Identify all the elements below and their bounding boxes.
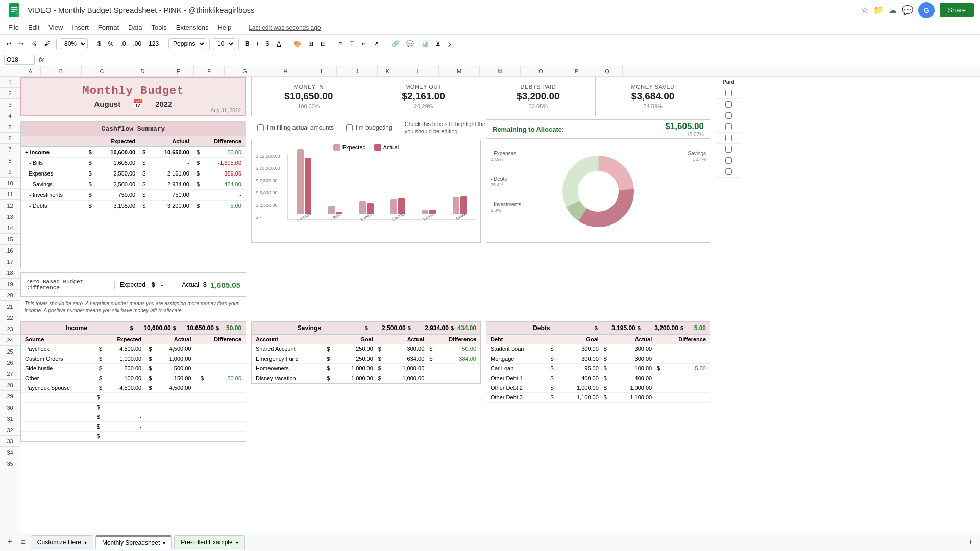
- paid-checkbox-1[interactable]: [725, 90, 732, 96]
- donut-chart-box: - Expenses23.9% - Debts35.4% - Investmen…: [486, 140, 710, 243]
- tab-customize-dropdown[interactable]: ▾: [84, 540, 87, 545]
- paid-checkbox-4[interactable]: [725, 123, 732, 130]
- savings-total-diff: 434.00: [456, 324, 476, 332]
- money-in-amount: $10,650.00: [284, 91, 333, 102]
- cell-ref-input[interactable]: [4, 55, 35, 65]
- filter-button[interactable]: ⊻: [433, 39, 444, 49]
- bold-button[interactable]: B: [242, 39, 253, 49]
- debts-paid-pct: 30.05%: [529, 103, 548, 109]
- comment-button[interactable]: 💬: [403, 39, 417, 49]
- paint-format-button[interactable]: 🖌: [41, 39, 53, 49]
- valign-button[interactable]: ⊤: [346, 39, 357, 49]
- decimal-dec-button[interactable]: .0: [117, 39, 129, 49]
- zoom-select[interactable]: 80%: [60, 38, 88, 49]
- align-button[interactable]: ≡: [335, 39, 345, 49]
- summary-debts-paid: DEBTS PAID $3,200.00 30.05%: [481, 77, 596, 116]
- print-button[interactable]: 🖨: [28, 39, 40, 49]
- share-button[interactable]: Share: [940, 3, 974, 17]
- merge-button[interactable]: ⊟: [317, 39, 329, 49]
- zerobased-box: Zero Based Budget Difference Expected $ …: [20, 272, 246, 297]
- income-row: Paycheck $ 4,500.00 $ 4,500.00: [21, 344, 246, 354]
- paid-checkbox-6[interactable]: [725, 146, 732, 153]
- income-row: $-: [21, 422, 246, 432]
- menu-insert[interactable]: Insert: [68, 22, 93, 32]
- savings-row: Disney Vacation $ 1,000.00 $ 1,000.00: [252, 373, 480, 383]
- tab-customize-here[interactable]: Customize Here ▾: [31, 535, 93, 549]
- border-button[interactable]: ⊞: [305, 39, 316, 49]
- percent-button[interactable]: %: [105, 39, 117, 49]
- tab-monthly-dropdown[interactable]: ▾: [163, 540, 165, 546]
- fill-color-button[interactable]: 🎨: [290, 39, 304, 49]
- rotate-button[interactable]: ↗: [371, 39, 382, 49]
- fontsize-select[interactable]: 10: [213, 38, 235, 49]
- zerobased-expected: -: [161, 281, 172, 289]
- function-button[interactable]: ∑: [445, 39, 455, 49]
- tab-monthly-spreadsheet[interactable]: Monthly Spreadsheet ▾: [95, 535, 172, 549]
- menu-file[interactable]: File: [4, 22, 23, 32]
- menu-help[interactable]: Help: [213, 22, 235, 32]
- cashflow-income-row: + Income $ 10,600.00 $ 10,650.00 $ 50.00: [21, 147, 246, 158]
- paid-checkbox-7[interactable]: [725, 157, 732, 164]
- folder-icon[interactable]: 📁: [873, 5, 884, 15]
- paid-column-header: Paid: [716, 77, 741, 87]
- italic-button[interactable]: I: [254, 39, 261, 49]
- star-icon[interactable]: ☆: [861, 5, 868, 15]
- menu-format[interactable]: Format: [94, 22, 123, 32]
- document-title[interactable]: VIDEO - Monthly Budget Spreadsheet - PIN…: [28, 6, 856, 14]
- undo-button[interactable]: ↩: [3, 39, 14, 49]
- add-sheet-button[interactable]: +: [4, 537, 16, 547]
- currency-button[interactable]: $: [94, 39, 104, 49]
- savings-row: Homeowners $ 1,000.00 $ 1,000.00: [252, 364, 480, 373]
- menu-extensions[interactable]: Extensions: [172, 22, 213, 32]
- underline-button[interactable]: A: [274, 39, 284, 49]
- zerobased-label: Zero Based Budget Difference: [21, 279, 114, 291]
- menu-edit[interactable]: Edit: [24, 22, 43, 32]
- format-123-button[interactable]: 123: [145, 39, 162, 49]
- menu-view[interactable]: View: [44, 22, 67, 32]
- title-bar: VIDEO - Monthly Budget Spreadsheet - PIN…: [0, 0, 980, 20]
- zerobased-actual: 1,605.05: [211, 281, 240, 289]
- money-saved-pct: 34.59%: [643, 103, 662, 109]
- paid-checkbox-3[interactable]: [725, 112, 732, 119]
- cashflow-debts-row: - Debts $ 3,195.00 $ 3,200.00 $ 5.00: [21, 201, 246, 211]
- column-headers: A B C D E F G H I J K L M N O P Q: [0, 66, 980, 77]
- sheet-wrapper: 123 456 789 101112 131415 161718 192021 …: [0, 77, 980, 547]
- income-row: Custom Orders $ 1,000.00 $ 1,000.00: [21, 354, 246, 364]
- avatar[interactable]: G: [918, 2, 935, 18]
- paid-checkbox-8[interactable]: [725, 168, 732, 175]
- fx-label: fx: [39, 56, 44, 63]
- chart-button[interactable]: 📊: [418, 39, 432, 49]
- calendar-icon[interactable]: 📅: [133, 99, 143, 109]
- font-select[interactable]: Poppins: [168, 38, 206, 49]
- redo-button[interactable]: ↪: [15, 39, 27, 49]
- menu-tools[interactable]: Tools: [147, 22, 170, 32]
- svg-rect-2: [11, 7, 17, 8]
- row-numbers: 123 456 789 101112 131415 161718 192021 …: [0, 77, 20, 547]
- income-row: $-: [21, 412, 246, 422]
- budget-month: August: [94, 99, 120, 108]
- paid-checkbox-5[interactable]: [725, 135, 732, 141]
- savings-section-title: Savings: [256, 324, 363, 332]
- formula-bar: fx: [0, 53, 980, 66]
- last-edit-text: Last edit was seconds ago: [244, 23, 325, 32]
- savings-total-goal: 2,500.00: [370, 324, 406, 332]
- income-total-actual: 10,650.00: [178, 324, 214, 332]
- decimal-inc-button[interactable]: .00: [130, 39, 144, 49]
- sheet-list-button[interactable]: ≡: [18, 538, 29, 547]
- cloud-icon[interactable]: ☁: [889, 5, 897, 15]
- donut-investments-label: - Investments8.3%: [491, 202, 521, 213]
- budgeting-checkbox[interactable]: [346, 124, 353, 131]
- tab-prefilled-example[interactable]: Pre-Filled Example ▾: [174, 535, 244, 549]
- menu-data[interactable]: Data: [124, 22, 146, 32]
- link-button[interactable]: 🔗: [388, 39, 402, 49]
- tab-prefilled-dropdown[interactable]: ▾: [236, 540, 238, 545]
- filling-checkbox[interactable]: [257, 124, 264, 131]
- add-sheet-right-button[interactable]: +: [965, 538, 976, 547]
- wrap-button[interactable]: ↵: [358, 39, 370, 49]
- comments-icon[interactable]: 💬: [902, 5, 913, 16]
- money-saved-amount: $3,684.00: [631, 91, 675, 102]
- formula-input[interactable]: [48, 56, 976, 63]
- budgeting-checkbox-item: I'm budgeting: [346, 124, 393, 131]
- strikethrough-button[interactable]: S: [262, 39, 273, 49]
- paid-checkbox-2[interactable]: [725, 101, 732, 108]
